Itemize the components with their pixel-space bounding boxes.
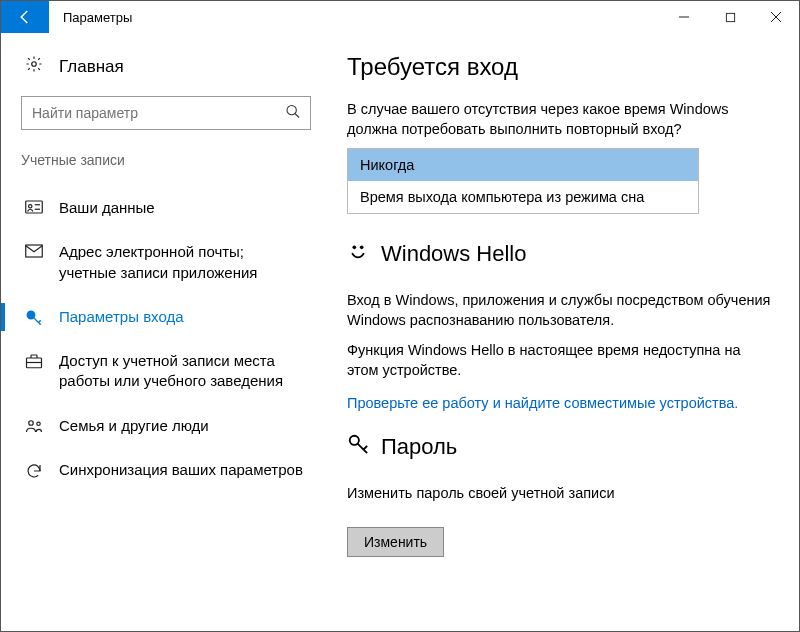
maximize-button[interactable] xyxy=(707,1,753,33)
minimize-button[interactable] xyxy=(661,1,707,33)
svg-point-20 xyxy=(360,245,364,249)
key-icon xyxy=(347,433,369,461)
back-button[interactable] xyxy=(1,1,49,33)
svg-rect-1 xyxy=(726,13,734,21)
search-input[interactable] xyxy=(21,96,311,130)
option-never[interactable]: Никогда xyxy=(348,149,698,181)
sidebar-item-signin-options[interactable]: Параметры входа xyxy=(1,295,331,339)
hello-desc: Вход в Windows, приложения и службы поср… xyxy=(347,290,775,331)
sidebar: Главная Учетные записи Ваши данные Адрес… xyxy=(1,33,331,631)
svg-rect-11 xyxy=(26,245,43,257)
search-box[interactable] xyxy=(21,96,311,130)
password-title: Пароль xyxy=(381,434,457,460)
email-icon xyxy=(25,244,43,258)
titlebar: Параметры xyxy=(1,1,799,33)
svg-point-21 xyxy=(350,436,359,445)
svg-point-17 xyxy=(29,420,34,425)
svg-point-5 xyxy=(287,106,296,115)
home-button[interactable]: Главная xyxy=(1,49,331,96)
signin-timeout-select[interactable]: Никогда Время выхода компьютера из режим… xyxy=(347,148,699,214)
category-label: Учетные записи xyxy=(1,152,331,178)
sidebar-item-your-info[interactable]: Ваши данные xyxy=(1,186,331,230)
home-label: Главная xyxy=(59,57,124,77)
sidebar-item-family[interactable]: Семья и другие люди xyxy=(1,404,331,448)
search-icon xyxy=(285,104,301,123)
hello-unavailable: Функция Windows Hello в настоящее время … xyxy=(347,340,775,381)
key-icon xyxy=(25,309,43,327)
close-button[interactable] xyxy=(753,1,799,33)
id-icon xyxy=(25,200,43,214)
svg-point-18 xyxy=(37,422,40,425)
hello-compat-link[interactable]: Проверьте ее работу и найдите совместимы… xyxy=(347,395,775,411)
people-icon xyxy=(25,418,43,434)
signin-required-desc: В случае вашего отсутствия через какое в… xyxy=(347,99,775,140)
password-desc: Изменить пароль своей учетной записи xyxy=(347,483,775,503)
option-on-wake[interactable]: Время выхода компьютера из режима сна xyxy=(348,181,698,213)
svg-line-14 xyxy=(39,320,41,322)
content-pane: Требуется вход В случае вашего отсутстви… xyxy=(331,33,799,631)
sidebar-item-sync[interactable]: Синхронизация ваших параметров xyxy=(1,448,331,492)
change-password-button[interactable]: Изменить xyxy=(347,527,444,557)
hello-title: Windows Hello xyxy=(381,241,527,267)
smiley-icon xyxy=(347,240,369,268)
sidebar-item-label: Семья и другие люди xyxy=(59,416,215,436)
svg-line-23 xyxy=(364,446,368,450)
svg-point-19 xyxy=(353,245,357,249)
sidebar-item-label: Адрес электронной почты; учетные записи … xyxy=(59,242,311,283)
sidebar-item-label: Параметры входа xyxy=(59,307,190,327)
sync-icon xyxy=(25,462,43,480)
signin-required-title: Требуется вход xyxy=(347,53,775,81)
sidebar-item-email-accounts[interactable]: Адрес электронной почты; учетные записи … xyxy=(1,230,331,295)
sidebar-item-label: Доступ к учетной записи места работы или… xyxy=(59,351,311,392)
sidebar-item-work-access[interactable]: Доступ к учетной записи места работы или… xyxy=(1,339,331,404)
svg-point-8 xyxy=(29,205,32,208)
sidebar-item-label: Ваши данные xyxy=(59,198,161,218)
briefcase-icon xyxy=(25,353,43,369)
gear-icon xyxy=(25,55,43,78)
window-title: Параметры xyxy=(49,1,661,33)
svg-point-4 xyxy=(32,62,37,67)
svg-line-6 xyxy=(295,114,299,118)
sidebar-item-label: Синхронизация ваших параметров xyxy=(59,460,309,480)
